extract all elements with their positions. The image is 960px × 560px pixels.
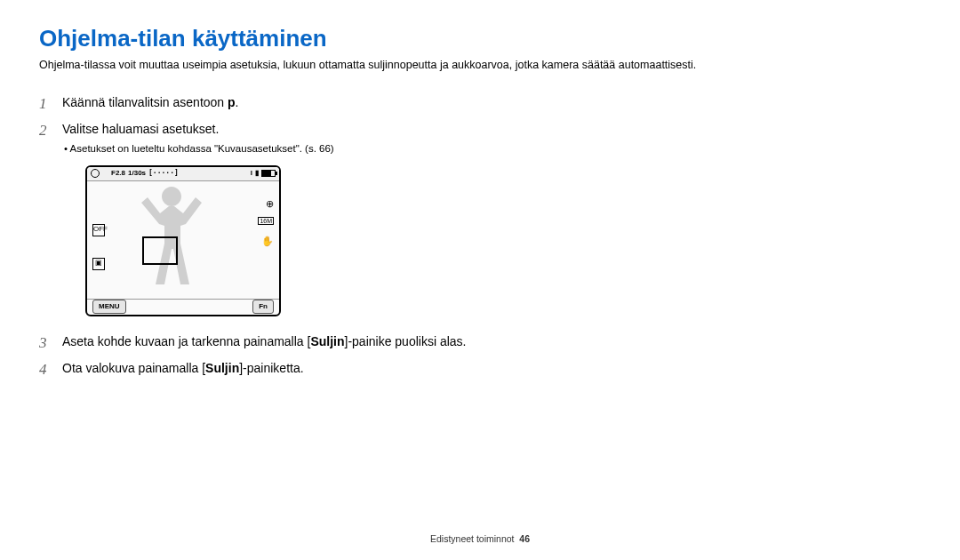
step-list: 1 Käännä tilanvalitsin asentoon p. 2 Val… bbox=[39, 93, 617, 378]
af-mode-icon: OFF bbox=[92, 224, 105, 236]
step-3: 3 Aseta kohde kuvaan ja tarkenna painama… bbox=[39, 332, 617, 350]
camera-viewfinder: OFF ▣ ⊕ 16M ✋ bbox=[87, 181, 279, 299]
mode-dial-p-icon: p bbox=[228, 95, 236, 109]
sd-card-icon: ▮ bbox=[255, 168, 259, 179]
camera-status-bar: F2.8 1/30s [·····] I ▮ bbox=[87, 167, 279, 181]
step-text: Aseta kohde kuvaan ja tarkenna painamall… bbox=[62, 334, 310, 348]
fn-softkey: Fn bbox=[252, 300, 274, 314]
shutter-keyword: Suljin bbox=[205, 361, 239, 375]
step-text: Ota valokuva painamalla [ bbox=[62, 361, 205, 375]
footer-page-number: 46 bbox=[519, 533, 530, 544]
footer-section: Edistyneet toiminnot bbox=[430, 533, 515, 544]
intro-paragraph: Ohjelma-tilassa voit muuttaa useimpia as… bbox=[39, 58, 921, 74]
camera-screen: F2.8 1/30s [·····] I ▮ OFF bbox=[85, 165, 281, 316]
flash-icon: ⊕ bbox=[266, 199, 274, 209]
shutter-keyword: Suljin bbox=[310, 334, 344, 348]
step-subbullet: Asetukset on lueteltu kohdassa "Kuvausas… bbox=[64, 141, 617, 156]
step-text: Käännä tilanvalitsin asentoon bbox=[62, 95, 228, 109]
battery-icon bbox=[261, 170, 276, 177]
step-number: 1 bbox=[39, 93, 47, 116]
resolution-icon: 16M bbox=[258, 217, 274, 225]
step-text: ]-painike puoliksi alas. bbox=[345, 334, 467, 348]
step-number: 4 bbox=[39, 359, 47, 381]
manual-page: Ohjelma-tilan käyttäminen Ohjelma-tilass… bbox=[0, 0, 960, 560]
aperture-value: F2.8 bbox=[111, 168, 125, 179]
camera-softkey-bar: MENU Fn bbox=[87, 299, 279, 315]
step-number: 3 bbox=[39, 332, 47, 355]
menu-softkey: MENU bbox=[92, 300, 126, 314]
step-2: 2 Valitse haluamasi asetukset. Asetukset… bbox=[39, 120, 617, 316]
ev-scale-icon: [·····] bbox=[148, 168, 179, 179]
drive-mode-icon: ▣ bbox=[92, 258, 105, 270]
step-text: . bbox=[236, 95, 239, 109]
shutter-value: 1/30s bbox=[128, 168, 146, 179]
step-4: 4 Ota valokuva painamalla [Suljin]-paini… bbox=[39, 359, 617, 377]
focus-frame-icon bbox=[142, 236, 178, 265]
page-title: Ohjelma-tilan käyttäminen bbox=[39, 25, 921, 52]
camera-screen-figure: F2.8 1/30s [·····] I ▮ OFF bbox=[85, 165, 617, 316]
step-text: Valitse haluamasi asetukset. bbox=[62, 122, 219, 136]
stabilizer-icon: ✋ bbox=[261, 236, 274, 246]
mode-icon bbox=[91, 169, 100, 178]
step-text: ]-painiketta. bbox=[239, 361, 303, 375]
step-number: 2 bbox=[39, 120, 47, 142]
page-footer: Edistyneet toiminnot 46 bbox=[0, 533, 960, 544]
quality-value: I bbox=[251, 168, 252, 179]
step-1: 1 Käännä tilanvalitsin asentoon p. bbox=[39, 93, 617, 111]
